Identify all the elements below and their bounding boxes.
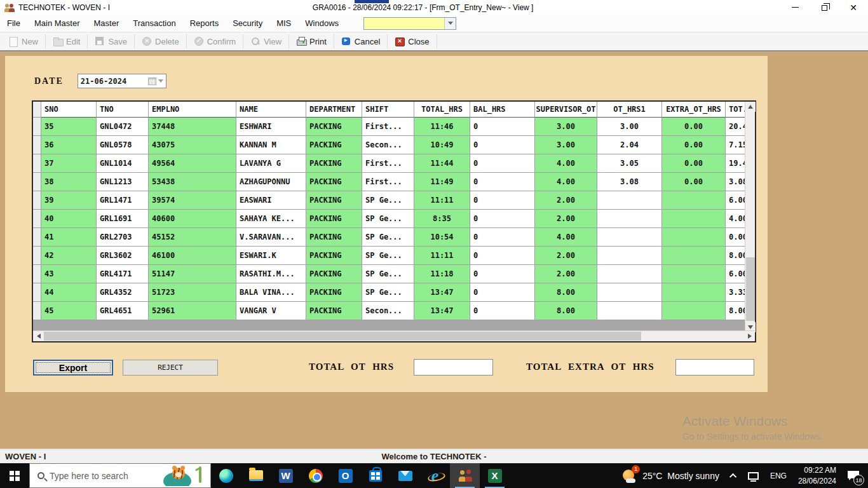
grid-cell[interactable]: 39 [41,191,97,210]
grid-cell[interactable]: PACKING [306,283,362,302]
search-daily-image[interactable] [154,465,209,486]
grid-cell[interactable]: PACKING [306,173,362,191]
grid-cell[interactable]: 0.00 [662,136,726,154]
grid-cell[interactable] [662,247,726,265]
grid-cell[interactable]: 8.00 [726,302,747,320]
word-taskbar-button[interactable]: W [271,463,301,488]
grid-cell[interactable]: 8.00 [535,302,597,320]
table-row[interactable]: 45GRL465152961VANGAR VPACKINGSecon...13:… [33,302,747,320]
internet-explorer-taskbar-button[interactable]: e [420,463,450,488]
grid-cell[interactable] [662,191,726,210]
menu-file[interactable]: File [0,15,27,32]
grid-cell[interactable]: PACKING [306,191,362,210]
menu-windows[interactable]: Windows [298,15,346,32]
excel-taskbar-button[interactable]: X [480,463,510,488]
grid-cell[interactable] [597,283,662,302]
row-selector[interactable] [33,302,41,320]
window-selector-combobox[interactable] [363,17,456,30]
date-dropdown-icon[interactable] [158,79,163,83]
row-selector[interactable] [33,136,41,154]
grid-cell[interactable]: 11:11 [414,191,470,210]
grid-cell[interactable]: 40 [41,210,97,228]
grid-cell[interactable]: 0 [470,136,535,154]
grid-cell[interactable]: 3.08 [726,173,747,191]
scroll-right-button[interactable] [744,331,755,341]
edge-taskbar-button[interactable] [211,463,241,488]
grid-cell[interactable]: GRL1691 [97,210,149,228]
grid-cell[interactable]: GNL1014 [97,154,149,173]
grid-cell[interactable]: VANGAR V [236,302,306,320]
reject-button[interactable]: REJECT [123,360,218,376]
grid-cell[interactable]: 8.00 [726,247,747,265]
grid-cell[interactable]: 42 [41,247,97,265]
row-selector[interactable] [33,228,41,247]
grid-cell[interactable]: 0 [470,302,535,320]
minimize-button[interactable] [780,0,810,15]
grid-cell[interactable]: 2.00 [535,265,597,283]
confirm-toolbar-button[interactable]: Confirm [188,34,242,48]
delete-toolbar-button[interactable]: Delete [136,34,185,48]
grid-cell[interactable]: GRL4171 [97,265,149,283]
outlook-taskbar-button[interactable]: O [330,463,360,488]
grid-cell[interactable]: 43075 [149,136,236,154]
grid-cell[interactable]: 39574 [149,191,236,210]
store-taskbar-button[interactable] [360,463,390,488]
grid-cell[interactable]: 0.00 [662,154,726,173]
grid-cell[interactable]: 0 [470,228,535,247]
grid-cell[interactable] [597,228,662,247]
total-extra-ot-hrs-input[interactable] [675,359,754,376]
grid-cell[interactable]: 3.00 [535,118,597,136]
table-row[interactable]: 43GRL417151147RASATHI.M...PACKINGSP Ge..… [33,265,747,283]
grid-cell[interactable]: 13:47 [414,283,470,302]
grid-cell[interactable]: 4.00 [726,210,747,228]
grid-cell[interactable] [597,247,662,265]
grid-cell[interactable]: 10:54 [414,228,470,247]
grid-cell[interactable]: 3.00 [535,136,597,154]
grid-cell[interactable]: 2.04 [597,136,662,154]
grid-cell[interactable]: 4.00 [535,228,597,247]
table-row[interactable]: 37GNL101449564LAVANYA GPACKINGFirst...11… [33,154,747,173]
edit-toolbar-button[interactable]: Edit [47,34,86,48]
grid-cell[interactable]: First... [362,173,414,191]
grid-cell[interactable]: 20.4 [726,118,747,136]
grid-cell[interactable]: 6.00 [726,191,747,210]
grid-cell[interactable]: 0 [470,118,535,136]
grid-cell[interactable]: 0 [470,283,535,302]
table-row[interactable]: 35GNL047237448ESHWARIPACKINGFirst...11:4… [33,118,747,136]
grid-cell[interactable]: 4.00 [535,154,597,173]
new-toolbar-button[interactable]: New [3,34,44,48]
grid-cell[interactable]: First... [362,154,414,173]
grid-cell[interactable] [662,302,726,320]
grid-cell[interactable]: LAVANYA G [236,154,306,173]
grid-cell[interactable] [662,283,726,302]
combo-dropdown-button[interactable] [444,18,456,29]
grid-cell[interactable]: 0 [470,247,535,265]
grid-cell[interactable]: 46100 [149,247,236,265]
row-selector[interactable] [33,118,41,136]
grid-cell[interactable]: 37 [41,154,97,173]
grid-cell[interactable]: 0 [470,210,535,228]
taskbar-search[interactable]: Type here to search [29,463,211,488]
mail-taskbar-button[interactable] [390,463,420,488]
table-row[interactable]: 36GNL057843075KANNAN MPACKINGSecon...10:… [33,136,747,154]
table-row[interactable]: 41GRL270345152V.SARAVAN...PACKINGSP Ge..… [33,228,747,247]
grid-cell[interactable]: PACKING [306,265,362,283]
menu-reports[interactable]: Reports [183,15,226,32]
row-selector[interactable] [33,265,41,283]
grid-cell[interactable]: 0 [470,154,535,173]
horizontal-scroll-thumb[interactable] [44,332,641,341]
menu-mis[interactable]: MIS [269,15,298,32]
row-selector[interactable] [33,283,41,302]
grid-cell[interactable]: SP Ge... [362,191,414,210]
grid-cell[interactable] [597,265,662,283]
technotek-people-taskbar-button[interactable] [450,463,480,488]
grid-cell[interactable]: 38 [41,173,97,191]
grid-cell[interactable]: BALA VINA... [236,283,306,302]
clock[interactable]: 09:22 AM 28/06/2024 [792,465,842,485]
grid-cell[interactable]: 0.00 [662,118,726,136]
start-button[interactable] [0,463,29,488]
grid-cell[interactable]: PACKING [306,136,362,154]
grid-cell[interactable] [662,265,726,283]
grid-cell[interactable]: PACKING [306,210,362,228]
export-button[interactable]: Export [33,360,113,376]
